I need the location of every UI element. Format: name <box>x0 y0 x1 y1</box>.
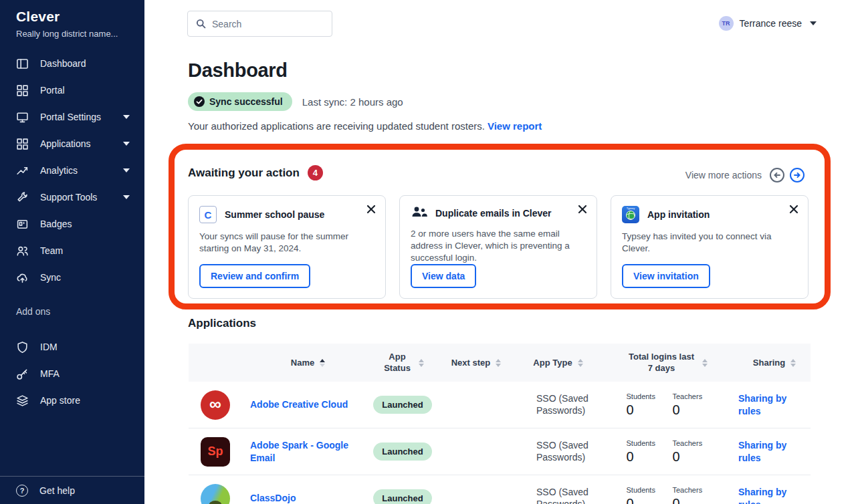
table-row: Adobe Creative Cloud Launched SSO (Saved… <box>189 382 811 428</box>
sharing-link[interactable]: Sharing by rules <box>738 439 796 463</box>
adobe-spark-logo-icon: Sp <box>201 437 230 467</box>
chevron-down-icon <box>123 115 130 119</box>
sharing-link[interactable]: Sharing by rules <box>738 392 796 416</box>
sidebar-item-label: IDM <box>40 342 58 352</box>
search-box[interactable] <box>187 11 332 37</box>
close-icon[interactable] <box>789 205 798 214</box>
sort-icon <box>702 359 708 367</box>
sidebar-item-label: MFA <box>40 368 60 379</box>
grid-icon <box>16 138 29 150</box>
sidebar-item-mfa[interactable]: MFA <box>0 360 144 387</box>
view-more-actions-label: View more actions <box>685 170 762 180</box>
close-icon[interactable] <box>578 205 587 214</box>
key-icon <box>16 368 29 380</box>
column-header-sharing[interactable]: Sharing <box>738 358 811 368</box>
students-count: 0 <box>627 402 661 418</box>
sync-description: Your authorized applications are receivi… <box>188 120 542 132</box>
dashboard-icon <box>16 57 29 70</box>
teachers-label: Teachers <box>673 439 708 447</box>
view-report-link[interactable]: View report <box>488 120 542 132</box>
awaiting-section-title: Awaiting your action <box>188 166 300 180</box>
sidebar-item-app-store[interactable]: App store <box>0 387 144 414</box>
wrench-icon <box>16 191 29 204</box>
sidebar-item-badges[interactable]: Badges <box>0 211 144 237</box>
students-count: 0 <box>627 496 661 504</box>
cloud-sync-icon <box>16 271 29 284</box>
sidebar-item-idm[interactable]: IDM <box>0 334 144 360</box>
card-title: Duplicate emails in Clever <box>435 208 552 219</box>
sort-icon <box>578 359 583 367</box>
arrow-left-icon <box>773 171 781 179</box>
close-icon[interactable] <box>366 205 376 214</box>
app-type-value: SSO (Saved Passwords) <box>536 487 598 504</box>
column-header-total-logins[interactable]: Total logins last 7 days <box>627 352 708 374</box>
sidebar-item-support-tools[interactable]: Support Tools <box>0 184 144 211</box>
applications-table: Name App Status Next step App Type Total… <box>189 344 811 504</box>
sort-icon <box>419 359 424 367</box>
app-name-link[interactable]: Adobe Spark - Google Email <box>250 439 357 463</box>
sidebar-item-portal[interactable]: Portal <box>0 77 144 104</box>
next-actions-button[interactable] <box>790 168 805 182</box>
sidebar-item-label: Sync <box>40 272 61 283</box>
typsey-app-icon: Typsey <box>622 206 639 223</box>
previous-actions-button[interactable] <box>770 168 784 182</box>
chevron-down-icon <box>810 21 817 25</box>
status-badge: Launched <box>373 396 431 414</box>
sidebar-item-applications[interactable]: Applications <box>0 130 144 157</box>
district-name: Really long district name... <box>16 29 128 39</box>
sidebar-item-sync[interactable]: Sync <box>0 264 144 291</box>
view-data-button[interactable]: View data <box>411 264 476 288</box>
review-and-confirm-button[interactable]: Review and confirm <box>199 264 310 288</box>
card-title: App invitation <box>647 209 710 220</box>
classdojo-logo-icon <box>201 484 230 504</box>
sidebar-item-get-help[interactable]: Get help <box>0 477 144 504</box>
app-name-link[interactable]: ClassDojo <box>250 492 296 504</box>
clever-logo: Clever <box>16 9 128 25</box>
action-count-badge: 4 <box>308 165 323 180</box>
sidebar-item-label: Applications <box>40 138 91 149</box>
search-input[interactable] <box>212 19 312 29</box>
students-label: Students <box>627 486 661 494</box>
action-card-summer-school-pause: C Summer school pause Your syncs will pa… <box>188 195 386 299</box>
sidebar-item-label: Get help <box>39 485 75 496</box>
table-header-row: Name App Status Next step App Type Total… <box>189 344 811 382</box>
search-icon <box>196 19 206 29</box>
sidebar-item-analytics[interactable]: Analytics <box>0 157 144 184</box>
monitor-icon <box>16 111 29 124</box>
chevron-down-icon <box>123 168 130 172</box>
column-header-app-status[interactable]: App Status <box>381 352 424 374</box>
sidebar-item-team[interactable]: Team <box>0 237 144 264</box>
arrow-right-icon <box>793 171 801 179</box>
column-header-name[interactable]: Name <box>250 358 366 368</box>
user-menu[interactable]: TR Terrance reese <box>719 16 817 31</box>
teachers-label: Teachers <box>673 392 708 400</box>
sidebar-item-dashboard[interactable]: Dashboard <box>0 50 144 77</box>
grid-icon <box>16 84 29 97</box>
sort-icon <box>790 359 796 367</box>
chevron-down-icon <box>123 195 130 199</box>
check-circle-icon <box>194 96 205 107</box>
column-header-app-type[interactable]: App Type <box>513 358 603 368</box>
team-icon <box>16 245 29 257</box>
view-invitation-button[interactable]: View invitation <box>622 264 710 288</box>
last-sync-text: Last sync: 2 hours ago <box>302 96 403 108</box>
shield-icon <box>16 341 29 354</box>
teachers-label: Teachers <box>673 486 708 494</box>
sidebar-item-label: Team <box>40 245 63 256</box>
teachers-count: 0 <box>673 496 708 504</box>
card-title: Summer school pause <box>225 209 324 220</box>
badge-icon <box>16 218 29 231</box>
sort-asc-icon <box>320 359 325 367</box>
applications-section-title: Applications <box>188 317 256 330</box>
sharing-link[interactable]: Sharing by rules <box>738 486 796 504</box>
sidebar-item-portal-settings[interactable]: Portal Settings <box>0 104 144 130</box>
status-badge: Launched <box>373 489 431 504</box>
sidebar-item-label: Dashboard <box>40 58 86 69</box>
students-label: Students <box>627 439 661 447</box>
card-body: 2 or more users have the same email addr… <box>411 228 579 264</box>
card-body: Typsey has invited you to connect via Cl… <box>622 231 790 255</box>
column-header-next-step[interactable]: Next step <box>451 358 502 368</box>
globe-icon <box>626 211 635 220</box>
sidebar-item-label: Portal Settings <box>40 112 101 122</box>
app-name-link[interactable]: Adobe Creative Cloud <box>250 398 348 410</box>
